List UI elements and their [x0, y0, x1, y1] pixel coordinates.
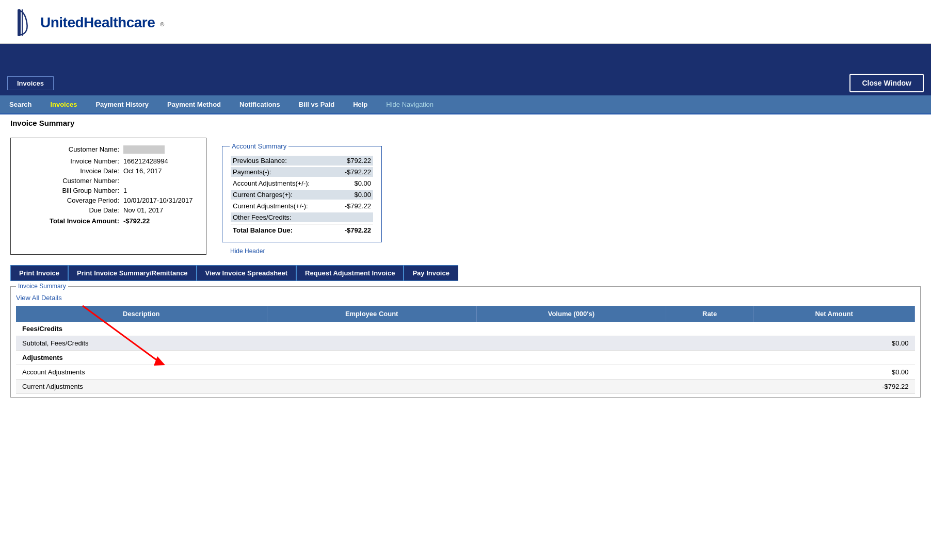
invoice-info-section: Customer Name: Invoice Number: 166212428… [10, 138, 921, 255]
invoice-number-value: 166212428994 [123, 157, 196, 165]
invoice-date-row: Invoice Date: Oct 16, 2017 [21, 167, 196, 175]
page-header: UnitedHealthcare ® [0, 0, 931, 44]
table-row: Subtotal, Fees/Credits $0.00 [16, 336, 915, 351]
subtotal-fees-amount: $0.00 [753, 336, 915, 351]
account-summary-box: Account Summary Previous Balance: $792.2… [222, 146, 382, 242]
due-date-label: Due Date: [41, 206, 123, 214]
account-adjustments-amount: $0.00 [753, 365, 915, 380]
bill-group-value: 1 [123, 187, 196, 194]
total-balance-label: Total Balance Due: [233, 226, 293, 234]
navigation-bar: Search Invoices Payment History Payment … [0, 95, 931, 114]
customer-number-value [123, 177, 196, 185]
account-adjustments-desc: Account Adjustments [16, 365, 267, 380]
customer-info-box: Customer Name: Invoice Number: 166212428… [10, 138, 206, 255]
invoice-number-label: Invoice Number: [41, 157, 123, 165]
bill-group-label: Bill Group Number: [41, 187, 123, 194]
view-invoice-spreadsheet-button[interactable]: View Invoice Spreadsheet [197, 265, 296, 281]
logo-text: UnitedHealthcare [40, 14, 155, 31]
col-volume: Volume (000's) [476, 306, 666, 322]
previous-balance-label: Previous Balance: [233, 157, 287, 164]
table-row: Adjustments [16, 351, 915, 365]
logo-area: UnitedHealthcare ® [15, 9, 916, 36]
customer-name-row: Customer Name: [21, 145, 196, 155]
nav-hide-navigation[interactable]: Hide Navigation [377, 95, 443, 113]
payments-row: Payments(-): -$792.22 [231, 167, 373, 177]
current-adjustments-desc: Current Adjustments [16, 380, 267, 394]
action-buttons-bar: Print Invoice Print Invoice Summary/Remi… [10, 265, 921, 281]
pay-invoice-button[interactable]: Pay Invoice [404, 265, 458, 281]
coverage-period-row: Coverage Period: 10/01/2017-10/31/2017 [21, 196, 196, 204]
customer-name-value [123, 145, 196, 155]
table-header-row: Description Employee Count Volume (000's… [16, 306, 915, 322]
payments-value: -$792.22 [330, 168, 371, 176]
main-content: Customer Name: Invoice Number: 166212428… [0, 129, 931, 406]
current-charges-row: Current Charges(+): $0.00 [231, 190, 373, 200]
unitedhealthcare-logo-icon [15, 9, 35, 36]
hide-header-link[interactable]: Hide Header [230, 248, 382, 255]
customer-number-row: Customer Number: [21, 177, 196, 185]
total-balance-value: -$792.22 [330, 226, 371, 234]
print-invoice-button[interactable]: Print Invoice [10, 265, 68, 281]
adjustments-header-cell: Adjustments [16, 351, 267, 365]
current-charges-value: $0.00 [330, 191, 371, 199]
customer-number-label: Customer Number: [41, 177, 123, 185]
due-date-value: Nov 01, 2017 [123, 206, 196, 214]
table-row: Fees/Credits [16, 322, 915, 336]
payments-label: Payments(-): [233, 168, 271, 176]
other-fees-row: Other Fees/Credits: [231, 212, 373, 222]
svg-rect-1 [22, 9, 23, 36]
print-invoice-summary-button[interactable]: Print Invoice Summary/Remittance [68, 265, 197, 281]
nav-bill-vs-paid[interactable]: Bill vs Paid [290, 95, 344, 113]
account-summary-title: Account Summary [230, 142, 288, 150]
invoice-summary-outer-label: Invoice Summary [16, 283, 68, 290]
subtotal-fees-description: Subtotal, Fees/Credits [16, 336, 267, 351]
account-adjustments-row: Account Adjustments(+/-): $0.00 [231, 178, 373, 188]
invoice-number-row: Invoice Number: 166212428994 [21, 157, 196, 165]
coverage-period-value: 10/01/2017-10/31/2017 [123, 196, 196, 204]
bill-group-row: Bill Group Number: 1 [21, 187, 196, 194]
total-invoice-label: Total Invoice Amount: [41, 217, 123, 225]
total-balance-row: Total Balance Due: -$792.22 [231, 224, 373, 235]
request-adjustment-invoice-button[interactable]: Request Adjustment Invoice [296, 265, 404, 281]
close-window-button[interactable]: Close Window [849, 74, 924, 92]
total-invoice-value: -$792.22 [123, 217, 196, 225]
fees-credits-header: Fees/Credits [16, 322, 267, 336]
nav-payment-history[interactable]: Payment History [86, 95, 158, 113]
customer-name-input-placeholder [123, 145, 165, 154]
invoice-summary-container: Invoice Summary View All Details Descrip… [10, 286, 921, 398]
navy-decorative-bar [0, 44, 931, 71]
view-all-details-link[interactable]: View All Details [16, 294, 915, 302]
table-row: Current Adjustments -$792.22 [16, 380, 915, 394]
other-fees-value [330, 213, 371, 221]
current-charges-label: Current Charges(+): [233, 191, 293, 199]
col-employee-count: Employee Count [267, 306, 476, 322]
nav-invoices[interactable]: Invoices [41, 95, 86, 113]
nav-payment-method[interactable]: Payment Method [158, 95, 230, 113]
nav-notifications[interactable]: Notifications [230, 95, 290, 113]
due-date-row: Due Date: Nov 01, 2017 [21, 206, 196, 214]
invoice-date-value: Oct 16, 2017 [123, 167, 196, 175]
toolbar-bar: Invoices Close Window [0, 71, 931, 95]
other-fees-label: Other Fees/Credits: [233, 213, 291, 221]
current-adjustments-value: -$792.22 [330, 202, 371, 210]
current-adjustments-row: Current Adjustments(+/-): -$792.22 [231, 201, 373, 211]
invoice-date-label: Invoice Date: [41, 167, 123, 175]
invoices-tab-button[interactable]: Invoices [7, 76, 54, 90]
total-invoice-row: Total Invoice Amount: -$792.22 [21, 217, 196, 225]
nav-search[interactable]: Search [0, 95, 41, 113]
account-summary-area: Account Summary Previous Balance: $792.2… [222, 138, 382, 255]
table-row: Account Adjustments $0.00 [16, 365, 915, 380]
page-title: Invoice Summary [10, 119, 74, 127]
col-description: Description [16, 306, 267, 322]
current-adjustments-label: Current Adjustments(+/-): [233, 202, 308, 210]
account-adjustments-label: Account Adjustments(+/-): [233, 179, 310, 187]
svg-rect-0 [18, 9, 21, 36]
account-adjustments-value: $0.00 [330, 179, 371, 187]
nav-help[interactable]: Help [344, 95, 377, 113]
invoice-table: Description Employee Count Volume (000's… [16, 306, 915, 394]
col-rate: Rate [666, 306, 753, 322]
current-adjustments-amount: -$792.22 [753, 380, 915, 394]
coverage-period-label: Coverage Period: [41, 196, 123, 204]
col-net-amount: Net Amount [753, 306, 915, 322]
previous-balance-row: Previous Balance: $792.22 [231, 156, 373, 166]
